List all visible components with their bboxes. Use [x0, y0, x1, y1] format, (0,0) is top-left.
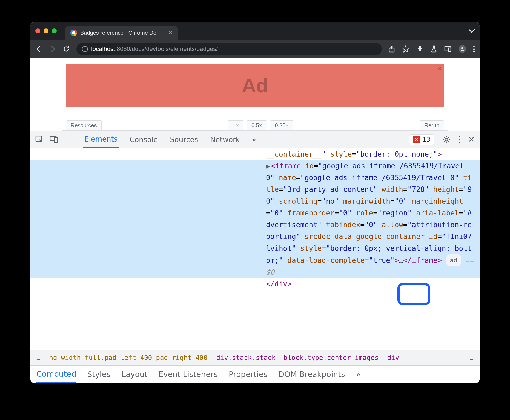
tab-dropdown-icon[interactable] — [469, 29, 475, 33]
crumb-item-2[interactable]: div.stack.stack--block.type.center-image… — [216, 354, 378, 362]
share-icon[interactable] — [388, 45, 395, 53]
tab-elements[interactable]: Elements — [83, 131, 119, 148]
tab-console[interactable]: Console — [128, 132, 159, 148]
close-tab-icon[interactable]: ✕ — [168, 29, 173, 36]
forward-button[interactable] — [49, 45, 56, 53]
dom-line-close-div[interactable]: </div> — [30, 278, 480, 290]
browser-window: Badges reference - Chrome De ✕ ＋ i local… — [30, 22, 480, 383]
tab-event-listeners[interactable]: Event Listeners — [159, 370, 218, 379]
window-controls — [35, 28, 57, 33]
error-count-badge[interactable]: ✕ 13 — [409, 134, 434, 145]
rerun-button[interactable]: Rerun — [420, 120, 444, 130]
zoom-controls: 1× 0.5× 0.25× — [228, 120, 293, 130]
minimize-window-button[interactable] — [44, 28, 48, 33]
page-footer: Resources 1× 0.5× 0.25× Rerun — [66, 120, 444, 130]
bookmark-icon[interactable] — [402, 45, 409, 53]
site-info-icon[interactable]: i — [82, 46, 88, 52]
extensions-icon[interactable] — [416, 45, 423, 53]
ad-label: Ad — [242, 74, 268, 97]
tab-title: Badges reference - Chrome De — [80, 30, 156, 36]
new-tab-button[interactable]: ＋ — [184, 26, 192, 36]
zoom-1x[interactable]: 1× — [228, 120, 243, 130]
profile-avatar-icon[interactable] — [459, 45, 466, 53]
svg-point-3 — [461, 47, 463, 49]
svg-rect-2 — [448, 48, 451, 52]
device-icon[interactable] — [444, 46, 451, 52]
svg-line-15 — [448, 137, 449, 138]
ad-banner[interactable]: Ad ✕ — [66, 64, 444, 107]
tab-computed[interactable]: Computed — [36, 370, 76, 383]
dom-tree[interactable]: ••• __container__" style="border: 0pt no… — [30, 148, 480, 350]
expand-triangle-icon[interactable]: ▶ — [266, 160, 271, 172]
tab-network[interactable]: Network — [209, 132, 241, 148]
tabs-overflow-icon[interactable]: » — [251, 132, 257, 148]
toolbar: i localhost:8080/docs/devtools/elements/… — [30, 40, 480, 58]
tab-styles[interactable]: Styles — [87, 370, 110, 379]
svg-line-12 — [444, 137, 445, 138]
svg-point-7 — [445, 138, 448, 141]
svg-line-13 — [448, 141, 449, 142]
tab-dom-breakpoints[interactable]: DOM Breakpoints — [278, 370, 345, 379]
toolbar-actions — [388, 45, 475, 53]
crumb-overflow-right[interactable]: … — [470, 354, 474, 362]
styles-overflow-icon[interactable]: » — [356, 370, 361, 379]
close-window-button[interactable] — [35, 28, 40, 33]
back-button[interactable] — [35, 45, 42, 53]
settings-icon[interactable] — [442, 136, 451, 144]
devtools-tabbar: Elements Console Sources Network » ✕ 13 … — [30, 131, 480, 148]
devtools-panel: Elements Console Sources Network » ✕ 13 … — [30, 131, 480, 383]
styles-pane-tabs: Computed Styles Layout Event Listeners P… — [30, 365, 480, 383]
zoom-025x[interactable]: 0.25× — [270, 120, 293, 130]
ad-badge[interactable]: ad — [446, 254, 461, 266]
tab-layout[interactable]: Layout — [121, 370, 147, 379]
svg-rect-6 — [54, 138, 57, 143]
close-devtools-icon[interactable]: ✕ — [468, 135, 475, 144]
tab-properties[interactable]: Properties — [229, 370, 268, 379]
crumb-overflow-left[interactable]: … — [36, 354, 40, 362]
device-toolbar-icon[interactable] — [50, 136, 58, 144]
dom-selected-iframe[interactable]: ▶<iframe id="google_ads_iframe_/6355419/… — [30, 160, 480, 278]
devtools-menu-icon[interactable] — [459, 136, 460, 143]
crumb-item-1[interactable]: ng.width-full.pad-left-400.pad-right-400 — [49, 354, 207, 362]
resources-tab[interactable]: Resources — [66, 120, 102, 130]
error-icon: ✕ — [413, 136, 420, 143]
page-frame: Ad ✕ Resources 1× 0.5× 0.25× Rerun — [62, 58, 448, 131]
ad-close-icon[interactable]: ✕ — [437, 65, 442, 72]
reload-button[interactable] — [63, 45, 70, 53]
dom-breadcrumb[interactable]: … ng.width-full.pad-left-400.pad-right-4… — [30, 350, 480, 365]
zoom-05x[interactable]: 0.5× — [247, 120, 267, 130]
tab-sources[interactable]: Sources — [169, 132, 199, 148]
inspect-element-icon[interactable] — [35, 136, 44, 144]
svg-line-14 — [444, 141, 445, 142]
maximize-window-button[interactable] — [52, 28, 57, 33]
labs-icon[interactable] — [431, 45, 437, 53]
error-count: 13 — [422, 136, 431, 143]
chrome-favicon-icon — [70, 30, 77, 36]
page-viewport: Ad ✕ Resources 1× 0.5× 0.25× Rerun — [30, 58, 480, 131]
browser-tab[interactable]: Badges reference - Chrome De ✕ — [65, 26, 178, 40]
url-text: localhost:8080/docs/devtools/elements/ba… — [91, 45, 218, 53]
chrome-menu-icon[interactable] — [473, 46, 475, 52]
crumb-item-3[interactable]: div — [387, 354, 399, 362]
dom-line-container[interactable]: __container__" style="border: 0pt none;"… — [30, 148, 480, 160]
address-bar[interactable]: i localhost:8080/docs/devtools/elements/… — [76, 43, 382, 55]
tab-bar: Badges reference - Chrome De ✕ ＋ — [30, 22, 480, 40]
